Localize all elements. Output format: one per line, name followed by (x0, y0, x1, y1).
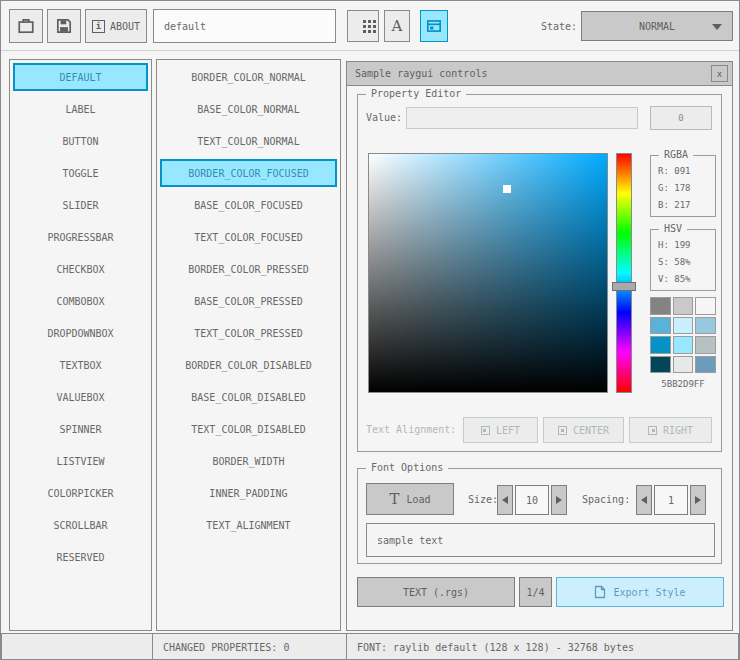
font-options-group: Font Options T Load Size: 10 Spacing: 1 … (357, 468, 722, 564)
property-item[interactable]: BASE_COLOR_NORMAL (160, 95, 337, 123)
property-item[interactable]: BORDER_COLOR_PRESSED (160, 255, 337, 283)
state-dropdown[interactable]: NORMAL (581, 11, 733, 41)
align-right-label: RIGHT (663, 425, 693, 436)
style-table-button[interactable] (347, 10, 379, 42)
hue-slider-handle[interactable] (612, 282, 636, 291)
align-left-label: LEFT (496, 425, 520, 436)
property-item[interactable]: TEXT_COLOR_PRESSED (160, 319, 337, 347)
align-left-icon (481, 426, 490, 435)
color-saturation-value-panel[interactable] (368, 153, 608, 393)
color-swatch[interactable] (695, 317, 716, 335)
controls-list-item-button[interactable]: BUTTON (13, 127, 148, 155)
size-increment-button[interactable] (551, 485, 567, 515)
controls-list-item-progressbar[interactable]: PROGRESSBAR (13, 223, 148, 251)
property-item[interactable]: BORDER_COLOR_DISABLED (160, 351, 337, 379)
controls-list-item-textbox[interactable]: TEXTBOX (13, 351, 148, 379)
font-spacing-value[interactable]: 1 (654, 485, 688, 515)
style-name-input[interactable] (153, 9, 336, 43)
property-item-selected[interactable]: BORDER_COLOR_FOCUSED (160, 159, 337, 187)
export-style-label: Export Style (613, 587, 685, 598)
controls-list-item-combobox[interactable]: COMBOBOX (13, 287, 148, 315)
property-item[interactable]: BORDER_COLOR_NORMAL (160, 63, 337, 91)
color-swatch[interactable] (650, 356, 671, 374)
property-item[interactable]: BASE_COLOR_FOCUSED (160, 191, 337, 219)
spacing-increment-button[interactable] (690, 485, 706, 515)
controls-list-item-colorpicker[interactable]: COLORPICKER (13, 479, 148, 507)
property-item[interactable]: INNER_PADDING (160, 479, 337, 507)
font-load-icon: T (389, 490, 399, 508)
align-left-button[interactable]: LEFT (463, 417, 538, 443)
save-icon (55, 17, 73, 35)
style-editor-button[interactable] (420, 10, 448, 42)
window-title: Sample raygui controls (355, 68, 487, 79)
color-swatch[interactable] (695, 356, 716, 374)
size-decrement-button[interactable] (497, 485, 513, 515)
color-swatch[interactable] (695, 336, 716, 354)
pager-button[interactable]: 1/4 (519, 577, 552, 607)
color-cursor[interactable] (503, 185, 511, 193)
value-label: Value: (366, 112, 402, 123)
color-swatch[interactable] (673, 317, 694, 335)
export-style-button[interactable]: Export Style (556, 577, 724, 607)
rgba-group: RGBA R: 091 G: 178 B: 217 (650, 155, 716, 217)
style-color-grid (650, 297, 716, 373)
hsv-group: HSV H: 199 S: 58% V: 85% (650, 229, 716, 291)
font-size-spinner: 10 (497, 485, 567, 515)
font-options-group-label: Font Options (366, 462, 448, 473)
hsv-group-label: HSV (659, 223, 687, 234)
close-button[interactable]: x (711, 65, 728, 82)
color-swatch[interactable] (695, 297, 716, 315)
controls-list-item-scrollbar[interactable]: SCROLLBAR (13, 511, 148, 539)
controls-list-item-dropdownbox[interactable]: DROPDOWNBOX (13, 319, 148, 347)
controls-list-panel: DEFAULT LABEL BUTTON TOGGLE SLIDER PROGR… (9, 59, 152, 631)
controls-list-item-reserved[interactable]: RESERVED (13, 543, 148, 571)
hex-color-value: 5BB2D9FF (650, 379, 716, 389)
color-swatch[interactable] (650, 336, 671, 354)
property-item[interactable]: TEXT_COLOR_DISABLED (160, 415, 337, 443)
value-button[interactable]: 0 (650, 106, 712, 130)
save-style-button[interactable] (47, 9, 81, 43)
controls-list-item-label[interactable]: LABEL (13, 95, 148, 123)
properties-list-panel: BORDER_COLOR_NORMAL BASE_COLOR_NORMAL TE… (156, 59, 341, 631)
new-style-icon (17, 17, 35, 35)
load-font-button[interactable]: T Load (366, 483, 454, 515)
font-size-value[interactable]: 10 (515, 485, 549, 515)
controls-list-item-toggle[interactable]: TOGGLE (13, 159, 148, 187)
controls-list-item-slider[interactable]: SLIDER (13, 191, 148, 219)
about-button[interactable]: i ABOUT (85, 9, 147, 43)
property-item[interactable]: BASE_COLOR_PRESSED (160, 287, 337, 315)
font-tool-button[interactable]: A (384, 10, 410, 42)
align-center-button[interactable]: CENTER (543, 417, 624, 443)
controls-list-item-default[interactable]: DEFAULT (13, 63, 148, 91)
new-style-button[interactable] (9, 9, 43, 43)
statusbar-left-cell (1, 633, 153, 660)
property-item[interactable]: BORDER_WIDTH (160, 447, 337, 475)
color-swatch[interactable] (650, 297, 671, 315)
property-item[interactable]: TEXT_COLOR_NORMAL (160, 127, 337, 155)
rguistyler-app: i ABOUT A State: NORMAL DEFAULT LABEL BU… (0, 0, 740, 660)
font-icon: A (392, 17, 403, 35)
property-item[interactable]: TEXT_ALIGNMENT (160, 511, 337, 539)
property-item[interactable]: TEXT_COLOR_FOCUSED (160, 223, 337, 251)
controls-list-item-listview[interactable]: LISTVIEW (13, 447, 148, 475)
grid-icon (357, 20, 370, 33)
sample-text-box[interactable]: sample text (366, 523, 715, 557)
value-input[interactable] (406, 107, 638, 129)
hue-bar[interactable] (616, 153, 632, 393)
color-swatch[interactable] (650, 317, 671, 335)
color-swatch[interactable] (673, 336, 694, 354)
close-icon: x (717, 69, 722, 79)
controls-list-item-checkbox[interactable]: CHECKBOX (13, 255, 148, 283)
hsv-v-value: V: 85% (658, 274, 691, 284)
align-center-label: CENTER (573, 425, 609, 436)
color-swatch[interactable] (673, 356, 694, 374)
property-item[interactable]: BASE_COLOR_DISABLED (160, 383, 337, 411)
controls-list-item-spinner[interactable]: SPINNER (13, 415, 148, 443)
window-titlebar[interactable]: Sample raygui controls (347, 62, 732, 86)
color-swatch[interactable] (673, 297, 694, 315)
property-editor-group-label: Property Editor (366, 88, 466, 99)
spacing-decrement-button[interactable] (636, 485, 652, 515)
controls-list-item-valuebox[interactable]: VALUEBOX (13, 383, 148, 411)
export-format-button[interactable]: TEXT (.rgs) (357, 577, 515, 607)
align-right-button[interactable]: RIGHT (629, 417, 712, 443)
